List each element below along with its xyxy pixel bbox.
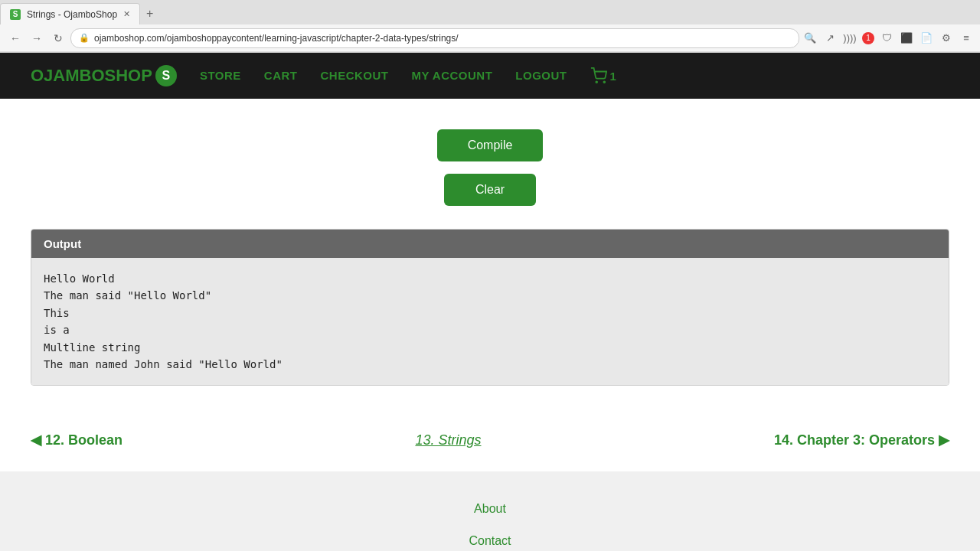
- next-lesson-link[interactable]: 14. Chapter 3: Operators: [774, 432, 949, 448]
- browser-chrome: S Strings - OjamboShop ✕ + ← → ↻ 🔒 ojamb…: [0, 0, 980, 53]
- footer-about-link[interactable]: About: [474, 502, 506, 516]
- browser-toolbar: ← → ↻ 🔒 ojamboshop.com/ojamboshoppaycont…: [0, 24, 980, 52]
- url-text: ojamboshop.com/ojamboshoppaycontent/lear…: [94, 33, 459, 44]
- svg-point-1: [603, 81, 605, 83]
- compile-button[interactable]: Compile: [437, 129, 544, 161]
- site-logo[interactable]: OJAMBOSHOP S: [31, 65, 177, 86]
- current-lesson-label: 13. Strings: [415, 432, 481, 448]
- browser-tabs: S Strings - OjamboShop ✕ +: [0, 0, 980, 24]
- refresh-button[interactable]: ↻: [49, 29, 67, 47]
- logo-text: OJAMBOSHOP: [31, 66, 152, 86]
- extension-icon[interactable]: 🛡: [879, 31, 894, 46]
- nav-checkout[interactable]: CHECKOUT: [321, 69, 389, 82]
- toolbar-icons: 🔍 ↗ )))) 1 🛡 ⬛ 📄 ⚙ ≡: [802, 31, 974, 46]
- logo-icon: S: [155, 65, 177, 86]
- tab-favicon: S: [10, 9, 21, 20]
- search-icon[interactable]: 🔍: [802, 31, 818, 46]
- next-arrow-icon: [939, 432, 949, 448]
- extension-badge[interactable]: 1: [862, 32, 874, 44]
- cart-svg-icon: [590, 67, 607, 84]
- sidebar-icon[interactable]: ⬛: [899, 31, 914, 46]
- share-icon[interactable]: ↗: [822, 31, 838, 46]
- buttons-area: Compile Clear: [31, 114, 949, 221]
- nav-links: STORE CART CHECKOUT MY ACCOUNT LOGOUT 1: [200, 67, 616, 84]
- forward-button[interactable]: →: [28, 29, 46, 47]
- next-lesson-label: 14. Chapter 3: Operators: [774, 432, 935, 448]
- rss-icon[interactable]: )))): [842, 31, 858, 46]
- menu-icon[interactable]: ≡: [959, 31, 974, 46]
- lesson-nav: 12. Boolean 13. Strings 14. Chapter 3: O…: [0, 409, 980, 471]
- lock-icon: 🔒: [79, 33, 90, 43]
- output-content: Hello World The man said "Hello World" T…: [31, 258, 949, 385]
- output-header: Output: [31, 230, 949, 258]
- site-nav: OJAMBOSHOP S STORE CART CHECKOUT MY ACCO…: [0, 53, 980, 99]
- reading-view-icon[interactable]: 📄: [919, 31, 934, 46]
- address-bar[interactable]: 🔒 ojamboshop.com/ojamboshoppaycontent/le…: [70, 28, 799, 48]
- back-button[interactable]: ←: [6, 29, 24, 47]
- nav-store[interactable]: STORE: [200, 69, 241, 82]
- nav-cart-icon[interactable]: 1: [590, 67, 617, 84]
- svg-point-0: [596, 81, 597, 83]
- tab-title: Strings - OjamboShop: [27, 9, 117, 20]
- footer: About Contact Privacy Policy Refund and …: [0, 471, 980, 551]
- prev-lesson-link[interactable]: 12. Boolean: [31, 432, 122, 448]
- prev-arrow-icon: [31, 432, 41, 448]
- tab-close-button[interactable]: ✕: [123, 9, 130, 19]
- prev-lesson-label: 12. Boolean: [45, 432, 122, 448]
- settings-icon[interactable]: ⚙: [939, 31, 954, 46]
- main-content: Compile Clear Output Hello World The man…: [0, 99, 980, 409]
- active-tab[interactable]: S Strings - OjamboShop ✕: [0, 3, 140, 24]
- new-tab-button[interactable]: +: [140, 4, 159, 24]
- output-section: Output Hello World The man said "Hello W…: [31, 229, 949, 386]
- nav-logout[interactable]: LOGOUT: [515, 69, 567, 82]
- nav-cart[interactable]: CART: [264, 69, 298, 82]
- clear-button[interactable]: Clear: [444, 174, 536, 206]
- cart-count-badge: 1: [610, 70, 617, 83]
- footer-contact-link[interactable]: Contact: [469, 534, 511, 548]
- nav-my-account[interactable]: MY ACCOUNT: [412, 69, 493, 82]
